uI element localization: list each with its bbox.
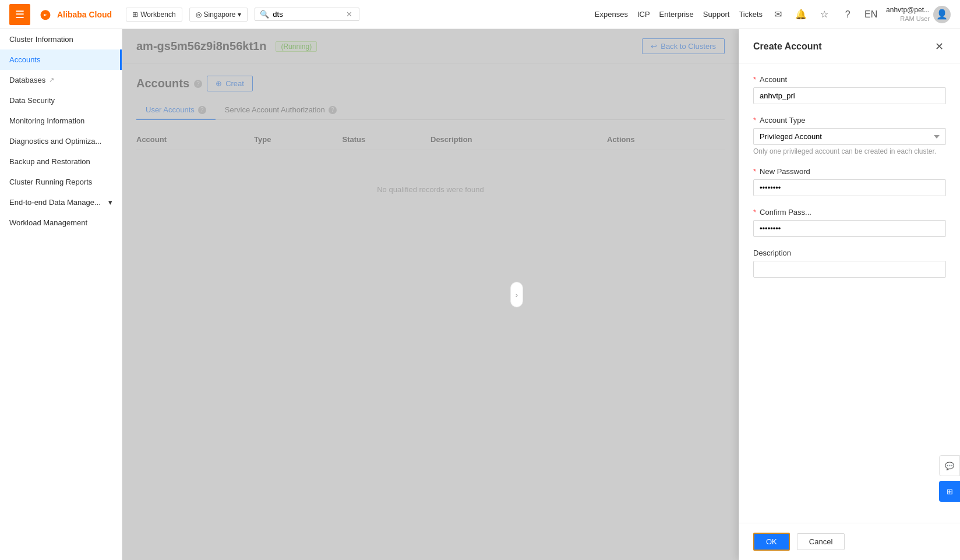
panel-body: * Account * Account Type Privileged Acco… bbox=[739, 63, 960, 523]
sidebar-item-databases[interactable]: Databases ↗ bbox=[0, 70, 122, 90]
hamburger-menu[interactable]: ☰ bbox=[9, 4, 30, 25]
bookmark-icon[interactable]: ☆ bbox=[816, 6, 832, 23]
search-icon: 🔍 bbox=[260, 10, 269, 19]
expenses-link[interactable]: Expenses bbox=[595, 10, 628, 19]
account-type-label-text: Account Type bbox=[760, 116, 806, 125]
main-content-area: am-gs5m56z9i8n56kt1n (Running) ↩ Back to… bbox=[122, 29, 739, 560]
logo[interactable]: Alibaba Cloud bbox=[37, 8, 112, 21]
account-type-hint: Only one privileged account can be creat… bbox=[753, 147, 946, 155]
account-input[interactable] bbox=[753, 87, 946, 104]
confirm-password-input[interactable] bbox=[753, 220, 946, 237]
top-navigation: ☰ Alibaba Cloud ⊞ Workbench ◎ Singapore … bbox=[0, 0, 960, 29]
sidebar-item-end-to-end[interactable]: End-to-end Data Manage... ▾ bbox=[0, 192, 122, 212]
nav-links: Expenses ICP Enterprise Support Tickets bbox=[595, 10, 763, 19]
sidebar-item-end-to-end-label: End-to-end Data Manage... bbox=[9, 198, 101, 207]
grid-float-button[interactable]: ⊞ bbox=[939, 481, 960, 502]
sidebar-item-cluster-information[interactable]: Cluster Information bbox=[0, 29, 122, 49]
sidebar-item-workload[interactable]: Workload Management bbox=[0, 212, 122, 233]
clear-search-icon[interactable]: ✕ bbox=[346, 10, 352, 19]
confirm-password-required-mark: * bbox=[753, 208, 756, 217]
account-type-label: * Account Type bbox=[753, 116, 946, 125]
account-type-field-row: * Account Type Privileged Account Standa… bbox=[753, 116, 946, 155]
panel-footer: OK Cancel bbox=[739, 523, 960, 560]
sidebar-item-data-security[interactable]: Data Security bbox=[0, 90, 122, 111]
float-buttons: 💬 ⊞ bbox=[939, 455, 960, 502]
workbench-icon: ⊞ bbox=[132, 10, 138, 19]
chevron-down-icon: ▾ bbox=[108, 198, 112, 207]
sidebar: Cluster Information Accounts Databases ↗… bbox=[0, 29, 122, 560]
external-link-icon: ↗ bbox=[49, 76, 54, 84]
help-icon[interactable]: ? bbox=[839, 6, 856, 23]
account-type-required-mark: * bbox=[753, 116, 756, 125]
description-label-text: Description bbox=[753, 249, 791, 257]
logo-text: Alibaba Cloud bbox=[57, 10, 112, 19]
language-selector[interactable]: EN bbox=[863, 6, 879, 23]
sidebar-item-monitoring[interactable]: Monitoring Information bbox=[0, 111, 122, 131]
ok-button[interactable]: OK bbox=[753, 533, 790, 551]
chat-icon: 💬 bbox=[945, 462, 954, 470]
workbench-label: Workbench bbox=[140, 10, 175, 19]
notification-icon[interactable]: 🔔 bbox=[793, 6, 809, 23]
chevron-right-icon: › bbox=[516, 290, 518, 299]
panel-collapse-button[interactable]: › bbox=[510, 282, 523, 307]
alibaba-cloud-logo-icon bbox=[37, 8, 54, 21]
sidebar-item-databases-label: Databases bbox=[9, 76, 45, 84]
new-password-label: * New Password bbox=[753, 167, 946, 176]
sidebar-item-monitoring-label: Monitoring Information bbox=[9, 116, 84, 125]
account-label-text: Account bbox=[760, 75, 787, 84]
search-bar[interactable]: 🔍 ✕ bbox=[255, 8, 359, 21]
location-icon: ◎ bbox=[196, 10, 202, 19]
sidebar-item-workload-label: Workload Management bbox=[9, 218, 87, 227]
sidebar-item-accounts[interactable]: Accounts bbox=[0, 49, 122, 70]
confirm-password-label-text: Confirm Pass... bbox=[760, 208, 811, 217]
main-layout: Cluster Information Accounts Databases ↗… bbox=[0, 29, 960, 560]
tickets-link[interactable]: Tickets bbox=[739, 10, 763, 19]
user-name-text: anhvtp@pet... bbox=[886, 6, 930, 15]
confirm-password-field-row: * Confirm Pass... bbox=[753, 208, 946, 237]
account-type-select[interactable]: Privileged Account Standard Account bbox=[753, 128, 946, 145]
chat-float-button[interactable]: 💬 bbox=[939, 455, 960, 476]
chevron-down-icon: ▾ bbox=[238, 10, 241, 19]
mail-icon[interactable]: ✉ bbox=[770, 6, 786, 23]
account-label: * Account bbox=[753, 75, 946, 84]
new-password-required-mark: * bbox=[753, 167, 756, 176]
confirm-password-label: * Confirm Pass... bbox=[753, 208, 946, 217]
hamburger-icon: ☰ bbox=[15, 8, 24, 21]
account-required-mark: * bbox=[753, 75, 756, 84]
panel-header: Create Account ✕ bbox=[739, 29, 960, 63]
new-password-input[interactable] bbox=[753, 179, 946, 196]
overlay-background bbox=[122, 29, 739, 560]
description-label: Description bbox=[753, 249, 946, 257]
panel-close-button[interactable]: ✕ bbox=[932, 40, 946, 54]
icp-link[interactable]: ICP bbox=[637, 10, 650, 19]
sidebar-item-data-security-label: Data Security bbox=[9, 96, 55, 105]
region-label: Singapore bbox=[204, 10, 236, 19]
sidebar-item-backup-label: Backup and Restoration bbox=[9, 157, 90, 166]
create-account-panel: Create Account ✕ * Account * Account Typ… bbox=[739, 29, 960, 560]
region-selector[interactable]: ◎ Singapore ▾ bbox=[189, 8, 248, 22]
sidebar-item-accounts-label: Accounts bbox=[9, 55, 40, 64]
sidebar-item-diagnostics-label: Diagnostics and Optimiza... bbox=[9, 137, 101, 146]
workbench-button[interactable]: ⊞ Workbench bbox=[126, 8, 182, 22]
new-password-field-row: * New Password bbox=[753, 167, 946, 196]
cancel-button[interactable]: Cancel bbox=[797, 533, 845, 550]
user-avatar[interactable]: 👤 bbox=[933, 6, 951, 23]
sidebar-item-cluster-reports-label: Cluster Running Reports bbox=[9, 178, 92, 186]
sidebar-item-backup[interactable]: Backup and Restoration bbox=[0, 151, 122, 172]
nav-icons: ✉ 🔔 ☆ ? EN bbox=[770, 6, 879, 23]
user-role-text: RAM User bbox=[886, 15, 930, 23]
grid-icon: ⊞ bbox=[947, 487, 953, 496]
description-input[interactable] bbox=[753, 261, 946, 278]
sidebar-item-cluster-reports[interactable]: Cluster Running Reports bbox=[0, 172, 122, 192]
enterprise-link[interactable]: Enterprise bbox=[659, 10, 694, 19]
search-input[interactable] bbox=[273, 10, 343, 19]
panel-title: Create Account bbox=[753, 41, 822, 52]
support-link[interactable]: Support bbox=[703, 10, 730, 19]
user-info[interactable]: anhvtp@pet... RAM User 👤 bbox=[886, 6, 951, 23]
sidebar-item-diagnostics[interactable]: Diagnostics and Optimiza... bbox=[0, 131, 122, 151]
new-password-label-text: New Password bbox=[760, 167, 810, 176]
sidebar-item-cluster-information-label: Cluster Information bbox=[9, 35, 73, 44]
description-field-row: Description bbox=[753, 249, 946, 278]
account-field-row: * Account bbox=[753, 75, 946, 104]
account-type-select-wrapper: Privileged Account Standard Account bbox=[753, 128, 946, 145]
